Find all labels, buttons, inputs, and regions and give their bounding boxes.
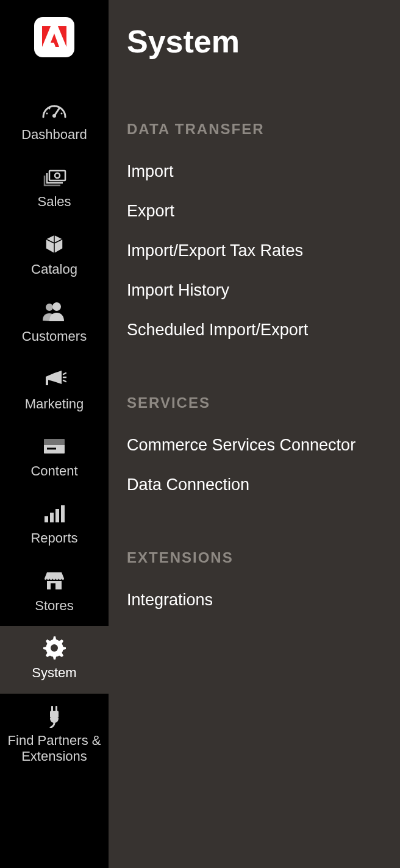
system-icon (41, 636, 68, 660)
group-heading: EXTENSIONS (127, 549, 385, 566)
group-extensions: EXTENSIONS Integrations (127, 549, 385, 610)
sidebar-item-stores[interactable]: Stores (0, 559, 109, 626)
svg-point-8 (52, 302, 61, 311)
svg-point-4 (54, 105, 55, 107)
svg-point-7 (55, 173, 60, 178)
system-panel: System DATA TRANSFER Import Export Impor… (109, 0, 400, 868)
menu-item-commerce-services-connector[interactable]: Commerce Services Connector (127, 436, 385, 455)
svg-rect-16 (55, 509, 59, 522)
sidebar-item-label: System (32, 665, 76, 681)
adobe-logo[interactable] (34, 17, 74, 57)
sidebar-item-reports[interactable]: Reports (0, 491, 109, 558)
svg-rect-23 (55, 706, 57, 711)
sidebar-item-label: Reports (30, 530, 77, 546)
sidebar-item-system[interactable]: System (0, 626, 109, 693)
svg-rect-21 (50, 711, 59, 718)
menu-item-import-history[interactable]: Import History (127, 281, 385, 300)
svg-point-20 (51, 644, 58, 652)
menu-item-integrations[interactable]: Integrations (127, 591, 385, 610)
stores-icon (41, 569, 68, 593)
group-heading: SERVICES (127, 394, 385, 411)
sidebar-item-label: Dashboard (21, 127, 87, 143)
group-heading: DATA TRANSFER (127, 121, 385, 138)
group-services: SERVICES Commerce Services Connector Dat… (127, 394, 385, 494)
group-data-transfer: DATA TRANSFER Import Export Import/Expor… (127, 121, 385, 340)
menu-item-import-export-tax-rates[interactable]: Import/Export Tax Rates (127, 241, 385, 260)
sidebar-item-find-partners[interactable]: Find Partners & Extensions (0, 694, 109, 777)
sidebar-item-customers[interactable]: Customers (0, 290, 109, 357)
svg-point-9 (46, 304, 53, 311)
sidebar-item-dashboard[interactable]: Dashboard (0, 88, 109, 155)
sidebar-item-label: Catalog (31, 261, 77, 277)
sidebar-item-content[interactable]: Content (0, 424, 109, 491)
menu-item-export[interactable]: Export (127, 202, 385, 221)
sidebar-item-label: Marketing (25, 396, 84, 412)
svg-rect-19 (51, 583, 55, 589)
svg-point-5 (61, 113, 63, 115)
sidebar-item-sales[interactable]: Sales (0, 155, 109, 222)
svg-point-3 (49, 108, 51, 110)
svg-rect-6 (49, 171, 65, 180)
content-icon (41, 434, 68, 458)
svg-line-1 (54, 108, 59, 116)
catalog-icon (41, 232, 68, 257)
sidebar-item-label: Content (30, 463, 77, 479)
customers-icon (41, 299, 68, 324)
dashboard-icon (41, 98, 68, 122)
svg-rect-17 (61, 505, 65, 522)
marketing-icon (41, 367, 68, 391)
svg-rect-12 (44, 439, 65, 445)
adobe-logo-icon (42, 26, 66, 48)
svg-rect-15 (50, 513, 54, 522)
sidebar-item-catalog[interactable]: Catalog (0, 222, 109, 290)
svg-rect-14 (45, 516, 48, 522)
plug-icon (41, 703, 68, 728)
sidebar-item-label: Customers (22, 329, 87, 344)
menu-item-scheduled-import-export[interactable]: Scheduled Import/Export (127, 321, 385, 340)
sidebar-item-label: Find Partners & Extensions (2, 733, 106, 765)
sidebar-nav: Dashboard Sales Catalog (0, 0, 109, 868)
menu-item-import[interactable]: Import (127, 162, 385, 181)
svg-point-2 (46, 113, 48, 115)
sidebar-item-label: Sales (37, 194, 71, 210)
sidebar-item-label: Stores (35, 598, 74, 614)
svg-rect-10 (46, 377, 48, 385)
menu-item-data-connection[interactable]: Data Connection (127, 475, 385, 494)
sidebar-item-marketing[interactable]: Marketing (0, 357, 109, 424)
panel-title: System (127, 23, 385, 60)
svg-rect-22 (51, 706, 53, 711)
sales-icon (41, 165, 68, 189)
reports-icon (41, 501, 68, 525)
